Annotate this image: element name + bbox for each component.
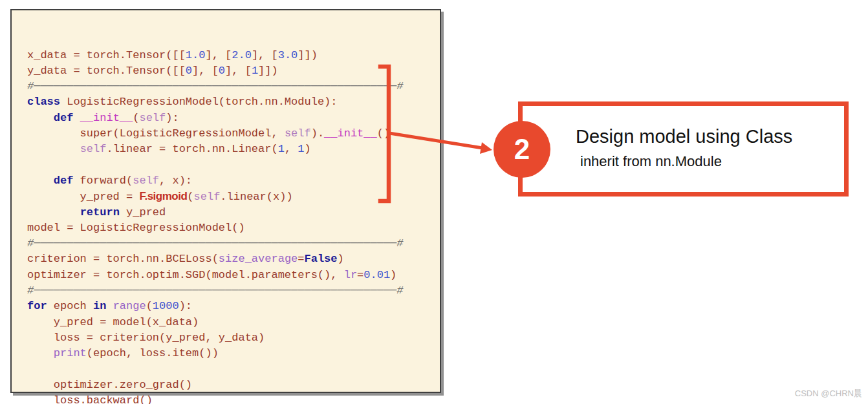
code-token: y_pred = — [27, 191, 139, 203]
code-line: optimizer.zero_grad() — [27, 377, 440, 393]
callout-box: Design model using Class inherit from nn… — [518, 101, 849, 197]
code-token: .linear = torch.nn.Linear( — [106, 143, 277, 155]
code-token: return — [80, 206, 120, 218]
code-token: range — [113, 300, 146, 312]
code-token: epoch — [47, 300, 93, 312]
code-token: 1 — [278, 143, 285, 155]
annotation-arrowhead — [480, 142, 492, 154]
code-line: for epoch in range(1000): — [27, 299, 440, 314]
code-token: F.sigmoid — [139, 190, 187, 202]
code-token: 1 — [252, 65, 258, 77]
code-token: super(LogisticRegressionModel, — [27, 127, 285, 140]
code-line: def __init__(self): — [27, 111, 440, 126]
code-token: .linear(x)) — [220, 191, 292, 203]
code-token: optimizer.zero_grad() — [27, 379, 192, 391]
code-token: = — [298, 253, 304, 265]
code-line: super(LogisticRegressionModel, self).__i… — [27, 126, 440, 142]
code-line — [27, 158, 440, 173]
code-token: 1.0 — [186, 49, 206, 61]
callout-subtitle: inherit from nn.Module — [580, 153, 844, 170]
code-token — [27, 175, 54, 187]
code-line: #───────────────────────────────────────… — [27, 236, 440, 251]
code-line: #───────────────────────────────────────… — [27, 283, 440, 299]
code-token: , — [285, 143, 298, 155]
code-line — [27, 362, 440, 377]
step-number: 2 — [514, 133, 530, 165]
code-lines: x_data = torch.Tensor([[1.0], [2.0], [3.… — [27, 48, 440, 404]
code-token: ) — [338, 253, 344, 265]
code-token: , x): — [159, 175, 192, 187]
code-token: ( — [133, 112, 139, 124]
code-token: ( — [146, 300, 153, 312]
code-token — [27, 143, 80, 155]
code-token: () — [377, 127, 390, 140]
code-token — [27, 112, 54, 124]
code-token: lr — [344, 269, 357, 281]
code-line: def forward(self, x): — [27, 173, 440, 189]
code-token: ) — [390, 269, 396, 281]
code-token: ) — [305, 143, 311, 155]
code-token: y_pred — [120, 206, 166, 218]
code-line: y_pred = model(x_data) — [27, 315, 440, 330]
code-token: forward( — [73, 175, 133, 187]
code-token — [73, 112, 80, 124]
step-number-badge: 2 — [494, 121, 550, 178]
code-line: loss.backward() — [27, 393, 440, 404]
code-token: self — [194, 191, 221, 203]
code-token: ): — [179, 300, 192, 312]
code-token: self — [139, 112, 166, 124]
code-token: model = LogisticRegressionModel() — [27, 222, 245, 234]
code-token: 1 — [298, 143, 304, 155]
callout-title: Design model using Class — [576, 126, 844, 147]
code-line: model = LogisticRegressionModel() — [27, 220, 440, 236]
code-token: ): — [166, 112, 179, 124]
code-token: criterion = torch.nn.BCELoss( — [27, 253, 219, 265]
code-token: 0 — [219, 65, 225, 77]
code-token — [27, 206, 80, 218]
code-token: self — [80, 143, 107, 155]
code-token: ]]) — [258, 65, 278, 77]
code-token: #───────────────────────────────────────… — [27, 284, 404, 297]
code-token: optimizer = torch.optim.SGD(model.parame… — [27, 269, 344, 281]
code-token: 0.01 — [363, 269, 390, 281]
code-token: def — [54, 112, 74, 124]
code-line: y_data = torch.Tensor([[0], [0], [1]]) — [27, 63, 440, 79]
code-token: print — [54, 347, 87, 359]
code-line: class LogisticRegressionModel(torch.nn.M… — [27, 94, 440, 110]
code-token — [106, 300, 113, 312]
code-token: loss.backward() — [27, 394, 153, 404]
code-line: print(epoch, loss.item()) — [27, 346, 440, 361]
code-line: return y_pred — [27, 205, 440, 220]
code-token: self — [133, 175, 159, 187]
code-line: optimizer = torch.optim.SGD(model.parame… — [27, 268, 440, 283]
code-token: = — [357, 269, 363, 281]
code-line: criterion = torch.nn.BCELoss(size_averag… — [27, 251, 440, 267]
code-token: self — [285, 127, 311, 140]
code-token: ], [ — [252, 49, 278, 61]
code-token — [27, 347, 54, 359]
code-line: self.linear = torch.nn.Linear(1, 1) — [27, 142, 440, 157]
code-token: ]]) — [298, 49, 318, 61]
code-token: 1000 — [153, 300, 179, 312]
code-panel: x_data = torch.Tensor([[1.0], [2.0], [3.… — [10, 9, 441, 393]
code-line: loss = criterion(y_pred, y_data) — [27, 330, 440, 346]
code-token: y_pred = model(x_data) — [27, 316, 199, 328]
code-token: size_average — [219, 253, 298, 265]
code-token: in — [93, 300, 106, 312]
watermark: CSDN @CHRN晨 — [795, 388, 862, 399]
code-token: loss = criterion(y_pred, y_data) — [27, 332, 265, 344]
code-token: (epoch, loss.item()) — [87, 347, 219, 359]
code-token: #───────────────────────────────────────… — [27, 80, 404, 92]
code-line: #───────────────────────────────────────… — [27, 79, 440, 94]
code-token: ], [ — [205, 49, 232, 61]
code-token: 2.0 — [232, 49, 252, 61]
code-line: y_pred = F.sigmoid(self.linear(x)) — [27, 189, 440, 204]
code-token: LogisticRegressionModel(torch.nn.Module)… — [60, 96, 337, 108]
code-token: __init__ — [324, 127, 377, 140]
code-token: __init__ — [80, 112, 133, 124]
code-token: ], [ — [192, 65, 219, 77]
code-token: ], [ — [225, 65, 252, 77]
code-token: 3.0 — [278, 49, 298, 61]
code-token: ). — [311, 127, 324, 140]
code-token: for — [27, 300, 47, 312]
